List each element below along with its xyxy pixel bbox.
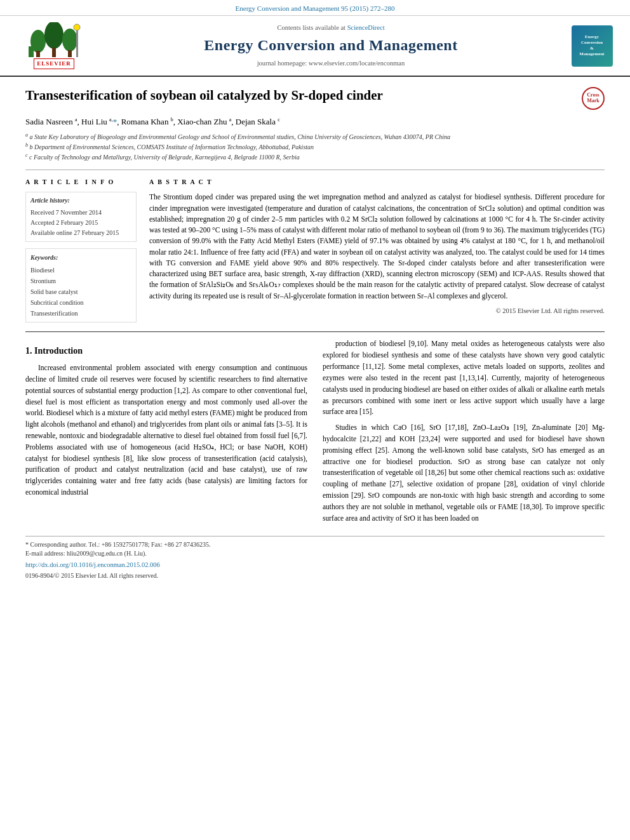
author-khan: Romana Khan b: [121, 117, 173, 126]
svg-point-4: [62, 29, 77, 51]
publisher-logo: ELSEVIER: [13, 22, 95, 69]
journal-banner: Energy Conversion and Management 95 (201…: [0, 0, 630, 16]
keywords-box: Keywords: Biodiesel Strontium Solid base…: [25, 248, 137, 323]
email-address: E-mail address: hliu2009@cug.edu.cn (H. …: [25, 549, 605, 558]
keyword-subcritical: Subcritical condition: [30, 297, 131, 308]
intro-left-text: Increased environmental problem associat…: [25, 363, 307, 498]
svg-rect-7: [68, 50, 72, 57]
issn-line: 0196-8904/© 2015 Elsevier Ltd. All right…: [25, 571, 605, 580]
journal-title: Energy Conversion and Management: [95, 35, 566, 57]
affiliation-b: b b Department of Environmental Sciences…: [25, 142, 605, 152]
author-skala: Dejan Skala c: [236, 117, 280, 126]
elsevier-text: ELSEVIER: [34, 58, 74, 69]
journal-logo-text: EnergyConversion&Management: [579, 34, 604, 57]
author-nasreen: Sadia Nasreen a: [25, 117, 77, 126]
sciencedirect-link[interactable]: ScienceDirect: [347, 24, 385, 31]
elsevier-logo: ELSEVIER: [25, 22, 83, 69]
article-title-section: Transesterification of soybean oil catal…: [25, 87, 605, 110]
svg-rect-6: [52, 48, 56, 57]
intro-para-right-2: Studies in which CaO [16], SrO [17,18], …: [323, 422, 605, 524]
svg-rect-0: [29, 51, 34, 57]
elsevier-tree-icon: [25, 22, 83, 57]
footnotes: * Corresponding author. Tel.: +86 159275…: [25, 536, 605, 580]
crossmark-badge[interactable]: CrossMark: [582, 87, 605, 110]
intro-right-text: production of biodiesel [9,10]. Many met…: [323, 338, 605, 524]
info-abstract-section: A R T I C L E I N F O Article history: R…: [25, 170, 605, 323]
journal-homepage: journal homepage: www.elsevier.com/locat…: [95, 59, 566, 69]
doi-link[interactable]: http://dx.doi.org/10.1016/j.enconman.201…: [25, 561, 605, 570]
banner-text: Energy Conversion and Management 95 (201…: [236, 4, 395, 12]
body-content: 1. Introduction Increased environmental …: [25, 338, 605, 528]
keyword-strontium: Strontium: [30, 276, 131, 286]
body-right-column: production of biodiesel [9,10]. Many met…: [323, 338, 605, 528]
affiliation-c: c c Faculty of Technology and Metallurgy…: [25, 152, 605, 162]
abstract-section: A B S T R A C T The Strontium doped cind…: [149, 178, 605, 323]
svg-rect-5: [36, 51, 40, 57]
svg-rect-8: [76, 29, 78, 57]
keyword-biodiesel: Biodiesel: [30, 265, 131, 276]
svg-point-9: [74, 24, 80, 30]
svg-point-2: [30, 30, 46, 53]
authors-line: Sadia Nasreen a, Hui Liu a,*, Romana Kha…: [25, 116, 605, 128]
corresponding-author: * Corresponding author. Tel.: +86 159275…: [25, 540, 605, 549]
article-info-heading: A R T I C L E I N F O: [25, 178, 137, 187]
section-divider: [25, 331, 605, 332]
accepted-date: Accepted 2 February 2015: [30, 218, 131, 228]
article-title: Transesterification of soybean oil catal…: [25, 87, 575, 104]
intro-heading: 1. Introduction: [25, 345, 307, 357]
journal-logo-box: EnergyConversion&Management: [572, 25, 613, 67]
affiliation-a: a a State Key Laboratory of Biogeology a…: [25, 131, 605, 142]
contents-label: Contents lists available at: [277, 24, 345, 31]
intro-para-1: Increased environmental problem associat…: [25, 363, 307, 498]
author-liu: Hui Liu a,*: [81, 117, 117, 126]
svg-point-3: [44, 22, 64, 49]
body-left-column: 1. Introduction Increased environmental …: [25, 338, 307, 528]
journal-logo: EnergyConversion&Management: [566, 25, 617, 67]
copyright-line: © 2015 Elsevier Ltd. All rights reserved…: [149, 307, 605, 316]
keyword-transesterification: Transesterification: [30, 308, 131, 319]
article-content: Transesterification of soybean oil catal…: [0, 77, 630, 590]
author-zhu: Xiao-chan Zhu a: [177, 117, 231, 126]
abstract-heading: A B S T R A C T: [149, 178, 605, 187]
article-info: A R T I C L E I N F O Article history: R…: [25, 178, 137, 323]
history-title: Article history:: [30, 196, 131, 206]
sciencedirect-line: Contents lists available at ScienceDirec…: [95, 23, 566, 33]
journal-header: ELSEVIER Contents lists available at Sci…: [0, 16, 630, 77]
received-date: Received 7 November 2014: [30, 208, 131, 218]
intro-para-right-1: production of biodiesel [9,10]. Many met…: [323, 338, 605, 418]
article-history-box: Article history: Received 7 November 201…: [25, 192, 137, 242]
abstract-text: The Strontium doped cinder was prepared …: [149, 192, 605, 302]
keywords-title: Keywords:: [30, 252, 131, 263]
journal-title-area: Contents lists available at ScienceDirec…: [95, 23, 566, 69]
affiliations: a a State Key Laboratory of Biogeology a…: [25, 131, 605, 163]
keyword-solid-base: Solid base catalyst: [30, 286, 131, 297]
available-date: Available online 27 February 2015: [30, 228, 131, 238]
